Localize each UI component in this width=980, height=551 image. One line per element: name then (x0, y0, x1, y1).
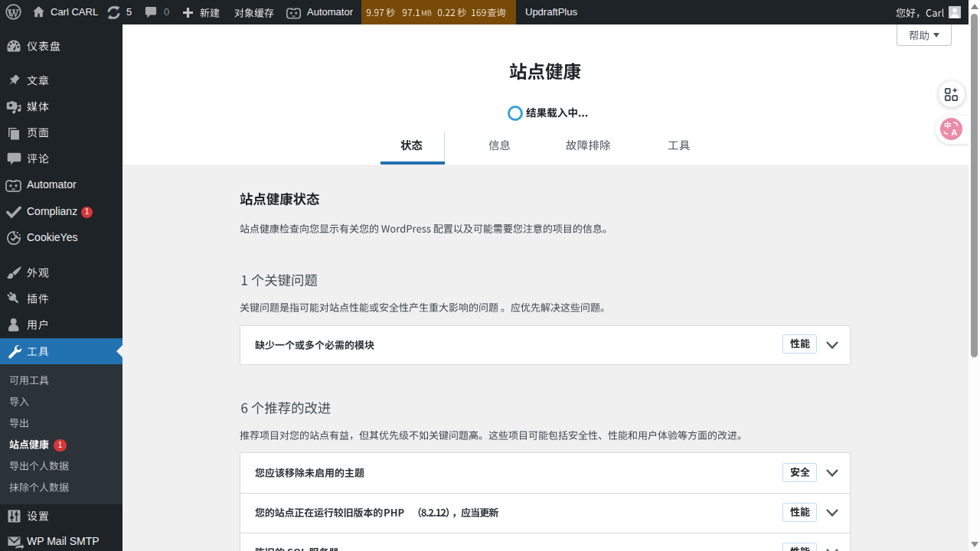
svg-text:A: A (952, 128, 958, 137)
